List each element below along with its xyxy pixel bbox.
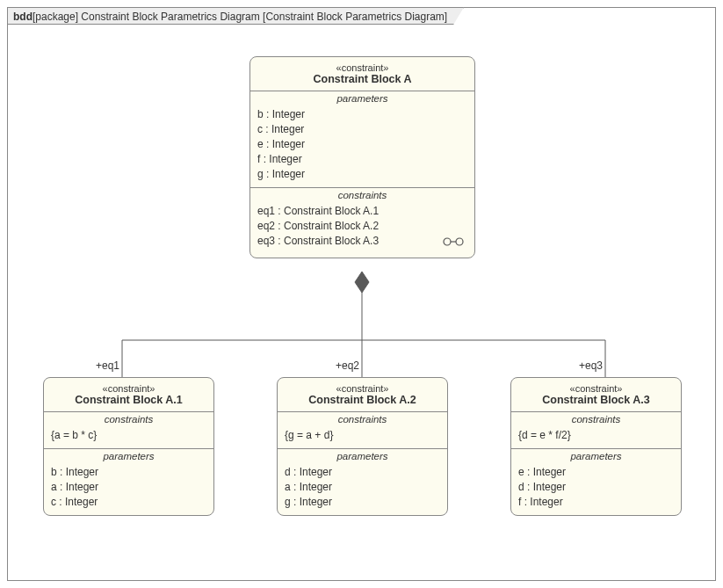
param: d : Integer	[285, 465, 440, 480]
param: c : Integer	[257, 122, 467, 137]
stereotype: «constraint»	[51, 383, 206, 394]
param: g : Integer	[285, 495, 440, 510]
stereotype: «constraint»	[518, 383, 674, 394]
block-title: Constraint Block A	[257, 73, 467, 85]
parameters-header: parameters	[44, 448, 213, 463]
constraints-list: {g = a + d}	[278, 426, 447, 448]
bdd-frame: bdd[package] Constraint Block Parametric…	[7, 7, 716, 581]
constraint-block-a1: «constraint» Constraint Block A.1 constr…	[43, 377, 214, 516]
constraint-block-a2: «constraint» Constraint Block A.2 constr…	[277, 377, 448, 516]
parameters-list: d : Integer a : Integer g : Integer	[278, 463, 447, 515]
frame-title-text: [package] Constraint Block Parametrics D…	[33, 11, 447, 23]
svg-point-7	[456, 238, 463, 245]
param: c : Integer	[51, 495, 206, 510]
constraint-block-a3: «constraint» Constraint Block A.3 constr…	[510, 377, 682, 516]
svg-point-6	[444, 238, 451, 245]
param: a : Integer	[285, 480, 440, 495]
role-eq2: +eq2	[336, 359, 359, 372]
constraint: {g = a + d}	[285, 428, 440, 443]
link-icon	[443, 236, 466, 250]
param: f : Integer	[518, 495, 674, 510]
constraint-block-a: «constraint» Constraint Block A paramete…	[249, 56, 475, 258]
block-title: Constraint Block A.3	[518, 394, 674, 406]
constraints-header: constraints	[44, 411, 213, 426]
constraints-header: constraints	[250, 187, 474, 202]
constraint: eq3 : Constraint Block A.3	[257, 234, 467, 249]
constraints-list: eq1 : Constraint Block A.1 eq2 : Constra…	[250, 202, 474, 258]
param: b : Integer	[51, 465, 206, 480]
block-title: Constraint Block A.2	[285, 394, 440, 406]
parameters-header: parameters	[278, 448, 447, 463]
frame-title-tab: bdd[package] Constraint Block Parametric…	[7, 7, 464, 25]
param: g : Integer	[257, 167, 467, 182]
param: e : Integer	[257, 137, 467, 152]
parameters-list: b : Integer a : Integer c : Integer	[44, 463, 213, 515]
param: e : Integer	[518, 465, 674, 480]
svg-marker-0	[355, 272, 369, 293]
frame-kind: bdd	[13, 11, 33, 23]
stereotype: «constraint»	[285, 383, 440, 394]
constraints-header: constraints	[278, 411, 447, 426]
constraint: eq1 : Constraint Block A.1	[257, 204, 467, 219]
parameters-header: parameters	[250, 91, 474, 105]
constraint: {a = b * c}	[51, 428, 206, 443]
parameters-list: b : Integer c : Integer e : Integer f : …	[250, 105, 474, 187]
role-eq3: +eq3	[579, 359, 603, 372]
constraints-list: {a = b * c}	[44, 426, 213, 448]
constraint: eq2 : Constraint Block A.2	[257, 219, 467, 234]
constraints-header: constraints	[511, 411, 681, 426]
stereotype: «constraint»	[257, 62, 467, 73]
param: d : Integer	[518, 480, 674, 495]
constraint: {d = e * f/2}	[518, 428, 674, 443]
block-title: Constraint Block A.1	[51, 394, 206, 406]
param: b : Integer	[257, 107, 467, 122]
parameters-list: e : Integer d : Integer f : Integer	[511, 463, 681, 515]
param: a : Integer	[51, 480, 206, 495]
parameters-header: parameters	[511, 448, 681, 463]
constraints-list: {d = e * f/2}	[511, 426, 681, 448]
param: f : Integer	[257, 152, 467, 167]
role-eq1: +eq1	[96, 359, 119, 372]
